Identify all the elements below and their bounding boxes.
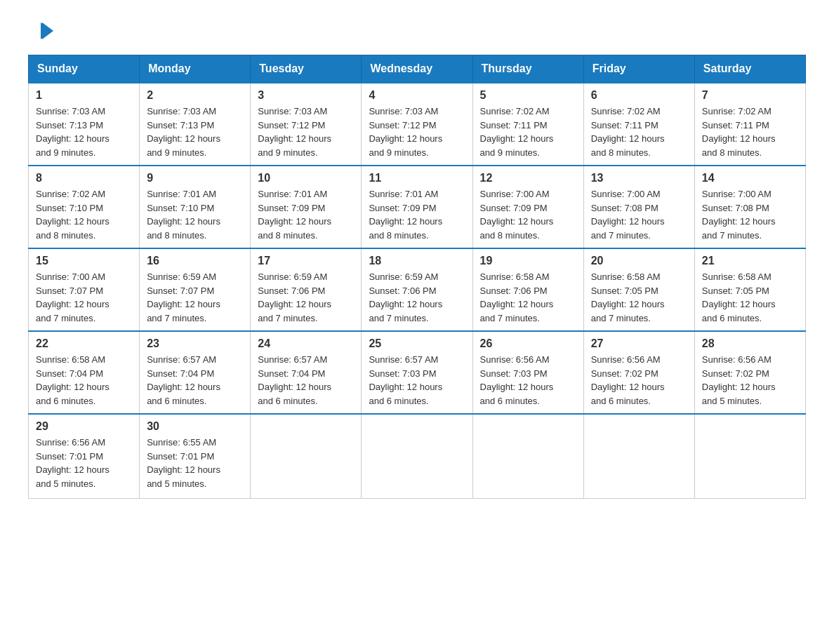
calendar-cell: 29Sunrise: 6:56 AMSunset: 7:01 PMDayligh… [29, 414, 140, 498]
day-info: Sunrise: 6:58 AMSunset: 7:04 PMDaylight:… [36, 353, 132, 408]
calendar-cell [583, 414, 694, 498]
calendar-cell: 21Sunrise: 6:58 AMSunset: 7:05 PMDayligh… [694, 248, 805, 331]
calendar-cell: 15Sunrise: 7:00 AMSunset: 7:07 PMDayligh… [29, 248, 140, 331]
col-saturday: Saturday [694, 55, 805, 83]
day-number: 22 [36, 337, 132, 350]
day-number: 14 [702, 172, 798, 185]
day-number: 23 [147, 337, 243, 350]
calendar-cell: 12Sunrise: 7:00 AMSunset: 7:09 PMDayligh… [472, 166, 583, 248]
day-info: Sunrise: 6:58 AMSunset: 7:05 PMDaylight:… [702, 270, 798, 325]
calendar-cell: 7Sunrise: 7:02 AMSunset: 7:11 PMDaylight… [694, 83, 805, 166]
calendar-cell [362, 414, 472, 498]
day-number: 9 [147, 172, 243, 185]
day-info: Sunrise: 7:02 AMSunset: 7:10 PMDaylight:… [36, 187, 132, 242]
day-info: Sunrise: 6:58 AMSunset: 7:06 PMDaylight:… [480, 270, 576, 325]
day-info: Sunrise: 6:57 AMSunset: 7:04 PMDaylight:… [258, 353, 354, 408]
day-info: Sunrise: 7:02 AMSunset: 7:11 PMDaylight:… [702, 105, 798, 159]
day-number: 2 [147, 89, 243, 102]
day-number: 3 [258, 89, 354, 102]
day-number: 30 [147, 420, 243, 433]
calendar-cell: 27Sunrise: 6:56 AMSunset: 7:02 PMDayligh… [583, 331, 694, 414]
calendar-cell [694, 414, 805, 498]
day-info: Sunrise: 7:00 AMSunset: 7:07 PMDaylight:… [36, 270, 132, 325]
calendar-cell: 16Sunrise: 6:59 AMSunset: 7:07 PMDayligh… [140, 248, 251, 331]
day-number: 5 [480, 89, 576, 102]
calendar-cell: 28Sunrise: 6:56 AMSunset: 7:02 PMDayligh… [694, 331, 805, 414]
day-number: 26 [480, 337, 576, 350]
day-info: Sunrise: 7:00 AMSunset: 7:08 PMDaylight:… [702, 187, 798, 242]
day-info: Sunrise: 7:03 AMSunset: 7:13 PMDaylight:… [147, 105, 243, 159]
calendar-cell: 30Sunrise: 6:55 AMSunset: 7:01 PMDayligh… [140, 414, 251, 498]
day-info: Sunrise: 7:02 AMSunset: 7:11 PMDaylight:… [591, 105, 687, 159]
day-number: 13 [591, 172, 687, 185]
page-header [28, 21, 806, 41]
calendar-cell: 20Sunrise: 6:58 AMSunset: 7:05 PMDayligh… [583, 248, 694, 331]
col-sunday: Sunday [29, 55, 140, 83]
day-info: Sunrise: 6:59 AMSunset: 7:07 PMDaylight:… [147, 270, 243, 325]
calendar-cell: 14Sunrise: 7:00 AMSunset: 7:08 PMDayligh… [694, 166, 805, 248]
calendar-cell: 18Sunrise: 6:59 AMSunset: 7:06 PMDayligh… [362, 248, 472, 331]
day-number: 4 [369, 89, 465, 102]
day-number: 6 [591, 89, 687, 102]
calendar-cell: 23Sunrise: 6:57 AMSunset: 7:04 PMDayligh… [140, 331, 251, 414]
calendar-cell: 10Sunrise: 7:01 AMSunset: 7:09 PMDayligh… [251, 166, 362, 248]
col-friday: Friday [583, 55, 694, 83]
day-number: 7 [702, 89, 798, 102]
calendar-cell: 25Sunrise: 6:57 AMSunset: 7:03 PMDayligh… [362, 331, 472, 414]
calendar-cell: 8Sunrise: 7:02 AMSunset: 7:10 PMDaylight… [29, 166, 140, 248]
calendar-cell: 22Sunrise: 6:58 AMSunset: 7:04 PMDayligh… [29, 331, 140, 414]
day-info: Sunrise: 6:58 AMSunset: 7:05 PMDaylight:… [591, 270, 687, 325]
day-info: Sunrise: 7:03 AMSunset: 7:13 PMDaylight:… [36, 105, 132, 159]
day-number: 21 [702, 255, 798, 267]
calendar-cell: 4Sunrise: 7:03 AMSunset: 7:12 PMDaylight… [362, 83, 472, 166]
day-info: Sunrise: 7:01 AMSunset: 7:09 PMDaylight:… [258, 187, 354, 242]
day-info: Sunrise: 6:56 AMSunset: 7:02 PMDaylight:… [702, 353, 798, 408]
col-thursday: Thursday [472, 55, 583, 83]
day-info: Sunrise: 6:57 AMSunset: 7:03 PMDaylight:… [369, 353, 465, 408]
day-number: 19 [480, 255, 576, 267]
day-number: 29 [36, 420, 132, 433]
calendar-cell: 26Sunrise: 6:56 AMSunset: 7:03 PMDayligh… [472, 331, 583, 414]
day-info: Sunrise: 7:02 AMSunset: 7:11 PMDaylight:… [480, 105, 576, 159]
day-number: 27 [591, 337, 687, 350]
day-info: Sunrise: 6:56 AMSunset: 7:01 PMDaylight:… [36, 436, 132, 490]
day-info: Sunrise: 7:01 AMSunset: 7:09 PMDaylight:… [369, 187, 465, 242]
day-number: 1 [36, 89, 132, 102]
calendar-cell: 13Sunrise: 7:00 AMSunset: 7:08 PMDayligh… [583, 166, 694, 248]
day-info: Sunrise: 6:59 AMSunset: 7:06 PMDaylight:… [258, 270, 354, 325]
svg-marker-1 [41, 22, 52, 39]
calendar-cell: 3Sunrise: 7:03 AMSunset: 7:12 PMDaylight… [251, 83, 362, 166]
day-number: 28 [702, 337, 798, 350]
day-info: Sunrise: 7:03 AMSunset: 7:12 PMDaylight:… [369, 105, 465, 159]
calendar-cell: 11Sunrise: 7:01 AMSunset: 7:09 PMDayligh… [362, 166, 472, 248]
day-info: Sunrise: 7:03 AMSunset: 7:12 PMDaylight:… [258, 105, 354, 159]
day-number: 25 [369, 337, 465, 350]
logo-flag-icon [29, 21, 55, 41]
day-info: Sunrise: 6:57 AMSunset: 7:04 PMDaylight:… [147, 353, 243, 408]
day-info: Sunrise: 6:56 AMSunset: 7:03 PMDaylight:… [480, 353, 576, 408]
calendar-cell [472, 414, 583, 498]
day-number: 16 [147, 255, 243, 267]
day-number: 12 [480, 172, 576, 185]
calendar-cell: 19Sunrise: 6:58 AMSunset: 7:06 PMDayligh… [472, 248, 583, 331]
day-number: 10 [258, 172, 354, 185]
day-info: Sunrise: 7:00 AMSunset: 7:09 PMDaylight:… [480, 187, 576, 242]
calendar-cell: 24Sunrise: 6:57 AMSunset: 7:04 PMDayligh… [251, 331, 362, 414]
day-number: 8 [36, 172, 132, 185]
calendar-cell: 1Sunrise: 7:03 AMSunset: 7:13 PMDaylight… [29, 83, 140, 166]
day-info: Sunrise: 7:01 AMSunset: 7:10 PMDaylight:… [147, 187, 243, 242]
calendar-cell: 9Sunrise: 7:01 AMSunset: 7:10 PMDaylight… [140, 166, 251, 248]
calendar-cell: 5Sunrise: 7:02 AMSunset: 7:11 PMDaylight… [472, 83, 583, 166]
day-number: 15 [36, 255, 132, 267]
day-number: 17 [258, 255, 354, 267]
day-info: Sunrise: 6:59 AMSunset: 7:06 PMDaylight:… [369, 270, 465, 325]
calendar-cell: 17Sunrise: 6:59 AMSunset: 7:06 PMDayligh… [251, 248, 362, 331]
col-tuesday: Tuesday [251, 55, 362, 83]
day-number: 18 [369, 255, 465, 267]
col-monday: Monday [140, 55, 251, 83]
logo [28, 21, 56, 41]
calendar-cell: 2Sunrise: 7:03 AMSunset: 7:13 PMDaylight… [140, 83, 251, 166]
calendar-cell [251, 414, 362, 498]
calendar-cell: 6Sunrise: 7:02 AMSunset: 7:11 PMDaylight… [583, 83, 694, 166]
calendar-table: Sunday Monday Tuesday Wednesday Thursday… [28, 55, 806, 499]
